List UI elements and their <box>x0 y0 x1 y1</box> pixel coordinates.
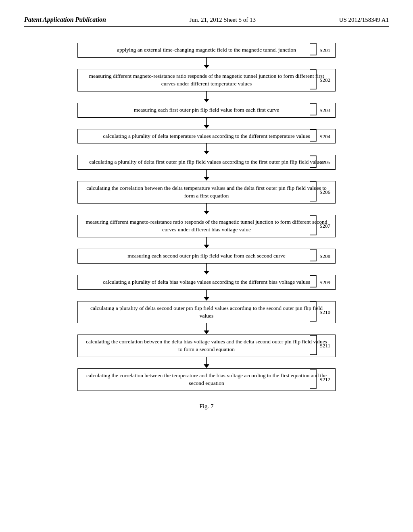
flow-step-s212: calculating the correlation between the … <box>24 368 389 391</box>
step-label-s211: S211 <box>309 334 330 358</box>
publication-label: Patent Application Publication <box>24 16 106 23</box>
flow-step-s211: calculating the correlation between the … <box>24 335 389 357</box>
arrow-s203 <box>77 118 336 129</box>
step-id-text-s207: S207 <box>319 223 330 229</box>
step-id-text-s212: S212 <box>319 376 330 383</box>
step-box-s206: calculating the correlation between the … <box>77 181 336 204</box>
bracket-s201 <box>308 42 319 58</box>
arrow-s202 <box>77 91 336 103</box>
step-box-s212: calculating the correlation between the … <box>77 368 336 391</box>
step-label-s208: S208 <box>308 248 330 264</box>
step-id-text-s205: S205 <box>319 159 330 166</box>
svg-marker-19 <box>204 330 209 334</box>
step-id-text-s204: S204 <box>319 133 330 139</box>
arrow-s209 <box>77 290 336 301</box>
svg-marker-7 <box>204 151 209 154</box>
step-box-s211: calculating the correlation between the … <box>77 335 336 357</box>
step-label-s205: S205 <box>308 154 330 170</box>
step-id-text-s206: S206 <box>319 189 330 195</box>
bracket-s203 <box>308 102 319 118</box>
step-label-s203: S203 <box>308 102 330 118</box>
arrow-s208 <box>77 264 336 275</box>
step-label-s210: S210 <box>308 300 330 324</box>
step-id-text-s201: S201 <box>319 47 330 53</box>
arrow-s206 <box>77 204 336 215</box>
bracket-s212 <box>308 368 319 392</box>
step-id-text-s210: S210 <box>319 309 330 316</box>
step-label-s206: S206 <box>308 180 330 204</box>
step-id-text-s211: S211 <box>320 343 330 349</box>
svg-marker-21 <box>204 364 209 368</box>
flow-step-s204: calculating a plurality of delta tempera… <box>24 129 389 144</box>
step-box-s209: calculating a plurality of delta bias vo… <box>77 275 336 290</box>
svg-marker-17 <box>204 297 209 301</box>
bracket-s206 <box>308 180 319 204</box>
flow-step-s206: calculating the correlation between the … <box>24 181 389 204</box>
bracket-s202 <box>308 68 319 92</box>
svg-marker-15 <box>204 271 209 274</box>
flow-step-s208: measuring each second outer pin flip fie… <box>24 249 389 264</box>
svg-marker-3 <box>204 99 209 102</box>
svg-marker-13 <box>204 245 209 248</box>
step-box-s208: measuring each second outer pin flip fie… <box>77 249 336 264</box>
figure-caption: Fig. 7 <box>24 403 389 410</box>
step-box-s205: calculating a plurality of delta first o… <box>77 155 336 170</box>
flow-step-s205: calculating a plurality of delta first o… <box>24 155 389 170</box>
flow-step-s202: measuring different magneto-resistance r… <box>24 69 389 91</box>
step-box-s207: measuring different magneto-resistance r… <box>77 215 336 237</box>
flowchart: applying an external time-changing magne… <box>24 43 389 391</box>
step-label-s204: S204 <box>308 128 330 145</box>
step-box-s204: calculating a plurality of delta tempera… <box>77 129 336 144</box>
step-label-s202: S202 <box>308 68 330 92</box>
bracket-s205 <box>308 154 319 170</box>
step-box-s201: applying an external time-changing magne… <box>77 43 336 58</box>
arrow-s201 <box>77 58 336 69</box>
arrow-s207 <box>77 237 336 249</box>
step-label-s201: S201 <box>308 42 330 58</box>
flow-step-s210: calculating a plurality of delta second … <box>24 301 389 324</box>
page: Patent Application Publication Jun. 21, … <box>0 0 413 532</box>
step-box-s203: measuring each first outer pin flip fiel… <box>77 103 336 118</box>
bracket-s211 <box>309 334 320 358</box>
arrow-s210 <box>77 323 336 335</box>
flow-step-s207: measuring different magneto-resistance r… <box>24 215 389 237</box>
step-box-s210: calculating a plurality of delta second … <box>77 301 336 324</box>
flow-step-s209: calculating a plurality of delta bias vo… <box>24 275 389 290</box>
step-label-s212: S212 <box>308 368 330 392</box>
step-label-s207: S207 <box>308 214 330 238</box>
step-box-s202: measuring different magneto-resistance r… <box>77 69 336 91</box>
arrow-s211 <box>77 357 336 368</box>
bracket-s207 <box>308 214 319 238</box>
flow-step-s203: measuring each first outer pin flip fiel… <box>24 103 389 118</box>
page-header: Patent Application Publication Jun. 21, … <box>24 16 389 27</box>
patent-number-label: US 2012/158349 A1 <box>339 17 389 23</box>
svg-marker-9 <box>204 177 209 181</box>
svg-marker-5 <box>204 125 209 129</box>
bracket-s208 <box>308 248 319 264</box>
step-id-text-s202: S202 <box>319 77 330 83</box>
svg-marker-1 <box>204 65 209 69</box>
arrow-s204 <box>77 143 336 155</box>
arrow-s205 <box>77 170 336 181</box>
bracket-s209 <box>308 274 319 291</box>
date-sheet-label: Jun. 21, 2012 Sheet 5 of 13 <box>190 17 256 23</box>
flow-step-s201: applying an external time-changing magne… <box>24 43 389 58</box>
step-id-text-s208: S208 <box>319 253 330 259</box>
step-label-s209: S209 <box>308 274 330 291</box>
step-id-text-s209: S209 <box>319 279 330 285</box>
bracket-s204 <box>308 128 319 145</box>
bracket-s210 <box>308 300 319 324</box>
svg-marker-11 <box>204 211 209 214</box>
step-id-text-s203: S203 <box>319 107 330 113</box>
